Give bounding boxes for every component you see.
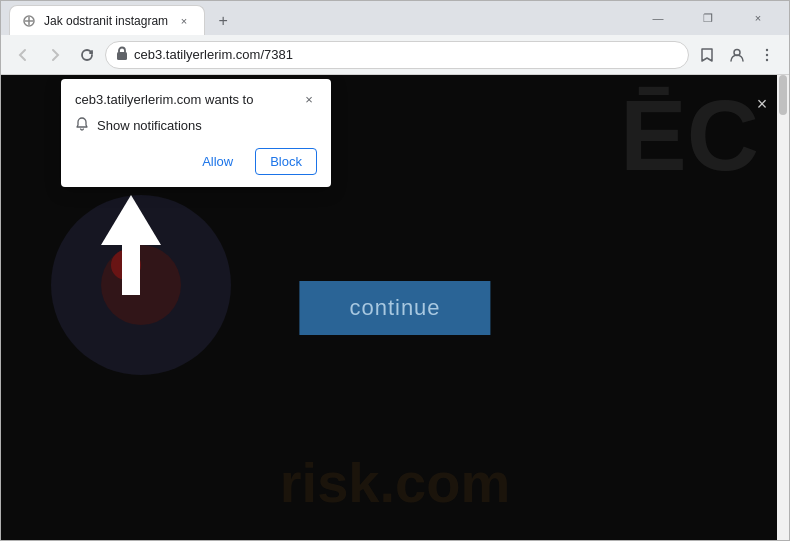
address-bar[interactable]: ceb3.tatilyerlerim.com/7381: [105, 41, 689, 69]
background-logo: ĒC: [620, 85, 759, 185]
popup-header: ceb3.tatilyerlerim.com wants to ×: [75, 91, 317, 109]
profile-button[interactable]: [723, 41, 751, 69]
tab-close-button[interactable]: ×: [176, 13, 192, 29]
popup-title: ceb3.tatilyerlerim.com wants to: [75, 91, 293, 109]
popup-notification-row: Show notifications: [75, 117, 317, 134]
allow-button[interactable]: Allow: [188, 148, 247, 175]
scrollbar-thumb[interactable]: [779, 75, 787, 115]
content-area: ĒC risk.com continue: [1, 75, 789, 540]
block-button[interactable]: Block: [255, 148, 317, 175]
minimize-button[interactable]: —: [635, 3, 681, 33]
lock-icon: [116, 46, 128, 63]
nav-actions: [693, 41, 781, 69]
tab-bar: Jak odstranit instagram × +: [9, 1, 629, 35]
arrow-up-icon: [101, 195, 161, 295]
tab-title: Jak odstranit instagram: [44, 14, 168, 28]
popup-buttons: Allow Block: [75, 148, 317, 175]
page-close-button[interactable]: ×: [747, 89, 777, 119]
reload-button[interactable]: [73, 41, 101, 69]
bookmark-button[interactable]: [693, 41, 721, 69]
navigation-bar: ceb3.tatilyerlerim.com/7381: [1, 35, 789, 75]
browser-window: Jak odstranit instagram × + — ❐ × ceb3.t…: [0, 0, 790, 541]
notification-label: Show notifications: [97, 118, 202, 133]
new-tab-button[interactable]: +: [209, 7, 237, 35]
scrollbar[interactable]: [777, 75, 789, 540]
popup-close-button[interactable]: ×: [301, 91, 317, 107]
tab-favicon: [22, 14, 36, 28]
back-button[interactable]: [9, 41, 37, 69]
forward-button[interactable]: [41, 41, 69, 69]
url-text: ceb3.tatilyerlerim.com/7381: [134, 47, 678, 62]
svg-rect-3: [117, 52, 127, 60]
maximize-button[interactable]: ❐: [685, 3, 731, 33]
menu-button[interactable]: [753, 41, 781, 69]
watermark-text: risk.com: [280, 450, 510, 515]
window-controls: — ❐ ×: [635, 3, 781, 33]
window-close-button[interactable]: ×: [735, 3, 781, 33]
arrow-container: [101, 195, 161, 295]
svg-point-6: [766, 53, 768, 55]
notification-popup: ceb3.tatilyerlerim.com wants to × Show n…: [61, 79, 331, 187]
bell-icon: [75, 117, 89, 134]
continue-button[interactable]: continue: [299, 281, 490, 335]
active-tab[interactable]: Jak odstranit instagram ×: [9, 5, 205, 35]
svg-point-7: [766, 58, 768, 60]
title-bar: Jak odstranit instagram × + — ❐ ×: [1, 1, 789, 35]
svg-point-5: [766, 48, 768, 50]
